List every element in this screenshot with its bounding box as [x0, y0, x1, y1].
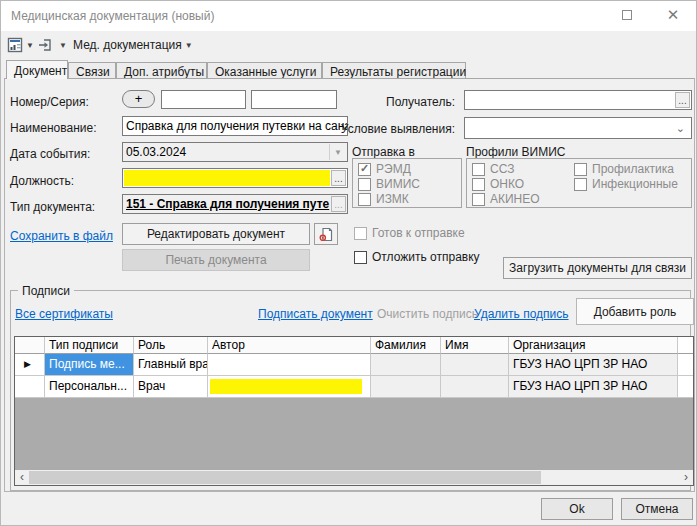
- column-header-name[interactable]: Имя: [441, 337, 509, 354]
- postpone-send-checkbox[interactable]: Отложить отправку: [354, 250, 480, 264]
- recipient-label: Получатель:: [335, 95, 455, 109]
- number-input[interactable]: [161, 90, 246, 109]
- title-bar: Медицинская документация (новый) ✕: [1, 1, 696, 31]
- recipient-ellipsis-button[interactable]: ...: [675, 92, 690, 108]
- checkbox-icon: [472, 178, 485, 191]
- cell-name[interactable]: [441, 354, 509, 376]
- number-series-label: Номер/Серия:: [10, 95, 89, 109]
- author-redaction-highlight: [210, 379, 362, 394]
- checkbox-prophylaxis[interactable]: Профилактика: [574, 162, 674, 176]
- column-header-surname[interactable]: Фамилия: [371, 337, 441, 354]
- row-selector-cell[interactable]: [15, 376, 45, 398]
- position-ellipsis-button[interactable]: ...: [331, 170, 346, 186]
- cell-role[interactable]: Врач: [134, 376, 208, 398]
- position-redaction-highlight: [124, 170, 330, 186]
- send-group-title: Отправка в: [352, 145, 415, 159]
- scrollbar-thumb[interactable]: [29, 471, 541, 484]
- cell-author[interactable]: [208, 354, 371, 376]
- cell-surname[interactable]: [371, 376, 441, 398]
- med-documentation-menu[interactable]: Мед. документация ▼: [73, 34, 193, 56]
- horizontal-scrollbar[interactable]: ‹ ›: [15, 470, 693, 485]
- column-header-signature-type[interactable]: Тип подписи: [45, 337, 134, 354]
- medical-documentation-dialog: Медицинская документация (новый) ✕ ▼ ▼: [0, 0, 697, 526]
- edit-document-button[interactable]: Редактировать документ: [122, 223, 310, 245]
- load-linked-documents-button[interactable]: Загрузить документы для связи: [503, 257, 692, 279]
- date-dropdown-button[interactable]: ▼: [329, 144, 346, 160]
- export-signed-document-button[interactable]: [314, 223, 338, 245]
- cell-signature-type[interactable]: Персональн...: [45, 376, 134, 398]
- checkbox-ssz[interactable]: ССЗ: [472, 162, 514, 176]
- signatures-group-title: Подписи: [18, 284, 74, 298]
- add-number-button[interactable]: +: [122, 90, 155, 108]
- print-document-button[interactable]: Печать документа: [122, 249, 310, 271]
- cell-author[interactable]: [208, 376, 371, 398]
- import-arrow-icon: [38, 37, 56, 53]
- current-row-arrow-icon: ▶: [24, 359, 31, 369]
- checkbox-icon: [358, 178, 371, 191]
- position-input[interactable]: ...: [122, 168, 348, 188]
- scroll-right-icon[interactable]: ›: [679, 470, 693, 485]
- document-stamp-icon: [319, 227, 333, 242]
- all-certificates-link[interactable]: Все сертификаты: [15, 307, 113, 321]
- add-role-button[interactable]: Добавить роль: [576, 298, 694, 325]
- tab-links[interactable]: Связи: [68, 62, 116, 79]
- doctype-ellipsis-button[interactable]: ...: [331, 196, 346, 212]
- tab-document[interactable]: Документ: [6, 60, 68, 79]
- window-title: Медицинская документация (новый): [11, 9, 214, 23]
- chevron-down-icon: ▼: [334, 148, 342, 157]
- column-header-organization[interactable]: Организация: [509, 337, 678, 354]
- cell-organization[interactable]: ГБУЗ НАО ЦРП ЗР НАО: [509, 376, 678, 398]
- series-input[interactable]: [251, 90, 337, 109]
- checkbox-vimis[interactable]: ВИМИС: [358, 177, 420, 191]
- cell-surname[interactable]: [371, 354, 441, 376]
- signatures-group-box: Подписи Все сертификаты Подписать докуме…: [10, 290, 691, 491]
- sign-document-link[interactable]: Подписать документ: [258, 307, 373, 321]
- cell-signature-type[interactable]: Подпись ме...: [45, 354, 134, 376]
- tab-page-document: Номер/Серия: Наименование: Дата события:…: [4, 78, 695, 492]
- import-dropdown-button[interactable]: ▼: [38, 34, 67, 56]
- report-layout-icon: [7, 37, 23, 53]
- ready-to-send-checkbox[interactable]: Готов к отправке: [354, 226, 465, 240]
- event-date-input[interactable]: 05.03.2024 ▼: [122, 142, 348, 162]
- checkbox-icon: [354, 227, 367, 240]
- tab-extra-attributes[interactable]: Доп. атрибуты: [116, 62, 207, 79]
- checkbox-iemk[interactable]: ИЗМК: [358, 192, 409, 206]
- doctype-label: Тип документа:: [10, 200, 95, 214]
- checkbox-infectious[interactable]: Инфекционные: [574, 177, 678, 191]
- checkbox-onko[interactable]: ОНКО: [472, 177, 524, 191]
- row-selector-cell[interactable]: ▶: [15, 354, 45, 376]
- cell-name[interactable]: [441, 376, 509, 398]
- name-label: Наименование:: [10, 121, 97, 135]
- name-input[interactable]: Справка для получения путевки на санатор: [122, 116, 348, 136]
- recipient-input[interactable]: ...: [464, 90, 692, 110]
- maximize-button[interactable]: [610, 1, 644, 29]
- tab-strip: Документ Связи Доп. атрибуты Оказанные у…: [4, 60, 695, 79]
- toolbar: ▼ ▼ Мед. документация ▼: [1, 31, 696, 59]
- column-header-role[interactable]: Роль: [134, 337, 208, 354]
- condition-label: Условие выявления:: [335, 122, 455, 136]
- save-to-file-link[interactable]: Сохранить в файл: [10, 229, 113, 243]
- close-button[interactable]: ✕: [656, 1, 690, 29]
- cell-organization[interactable]: ГБУЗ НАО ЦРП ЗР НАО: [509, 354, 678, 376]
- delete-signature-link[interactable]: Удалить подпись: [474, 307, 569, 321]
- condition-combobox[interactable]: ⌄: [464, 117, 692, 139]
- tab-registration-results[interactable]: Результаты регистрации: [322, 62, 466, 79]
- checkbox-icon: [574, 178, 587, 191]
- scroll-left-icon[interactable]: ‹: [15, 470, 29, 485]
- clear-signature-link[interactable]: Очистить подпись: [377, 307, 478, 321]
- checkbox-akineo[interactable]: АКИНЕО: [472, 192, 540, 206]
- ok-button[interactable]: Ok: [541, 498, 613, 520]
- checkbox-icon: ✓: [358, 163, 371, 176]
- cell-role[interactable]: Главный врач: [134, 354, 208, 376]
- save-report-dropdown-button[interactable]: ▼: [7, 34, 34, 56]
- row-leftover: [678, 354, 693, 376]
- cancel-button[interactable]: Отмена: [621, 498, 693, 520]
- checkbox-icon: [472, 193, 485, 206]
- checkbox-remd[interactable]: ✓ РЭМД: [358, 162, 411, 176]
- column-header-author[interactable]: Автор: [208, 337, 371, 354]
- vimis-group-box: ССЗ ОНКО АКИНЕО Профилактика Инфекционны…: [466, 158, 692, 208]
- tab-rendered-services[interactable]: Оказанные услуги: [207, 62, 322, 79]
- checkbox-icon: [574, 163, 587, 176]
- chevron-down-icon: ▼: [26, 41, 34, 50]
- doctype-input[interactable]: 151 - Справка для получения путе ...: [122, 194, 348, 214]
